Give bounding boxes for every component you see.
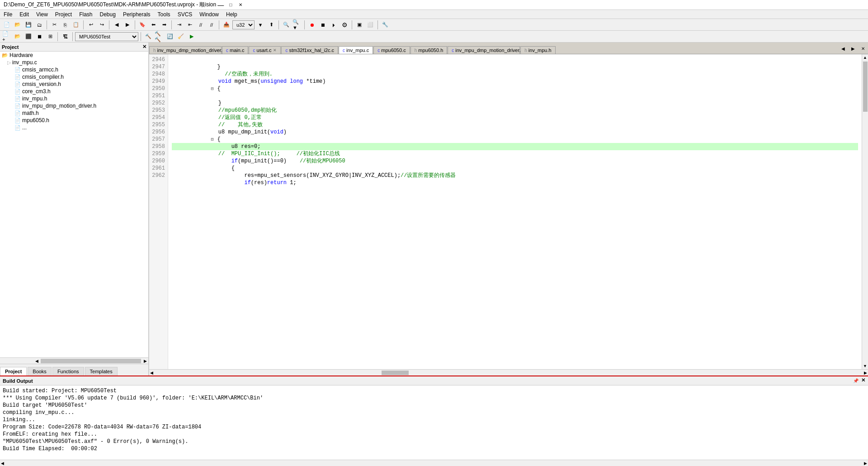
tab-mpu6050-h[interactable]: h mpu6050.h <box>410 46 448 54</box>
tree-cmsis-compiler[interactable]: 📄 cmsis_compiler.h <box>0 73 148 81</box>
tools-btn[interactable]: 🔧 <box>380 20 390 30</box>
h-scroll-right[interactable]: ▶ <box>863 370 868 376</box>
paste-button[interactable]: 📋 <box>71 20 81 30</box>
target-options-button[interactable]: ▼ <box>255 20 265 30</box>
tree-scroll-right[interactable]: ▶ <box>142 358 148 364</box>
menu-project[interactable]: Project <box>52 10 75 19</box>
tree-more[interactable]: 📄 ... <box>0 124 148 131</box>
tree-inv-mpu-dmp[interactable]: 📄 inv_mpu_dmp_motion_driver.h <box>0 102 148 109</box>
build-output-pin[interactable]: 📌 <box>852 377 859 385</box>
menu-flash[interactable]: Flash <box>75 10 96 19</box>
tree-cmsis-armcc[interactable]: 📄 cmsis_armcc.h <box>0 66 148 73</box>
menu-svcs[interactable]: SVCS <box>174 10 196 19</box>
v-scroll-down[interactable]: ▼ <box>862 363 868 369</box>
tb2-btn3[interactable]: ⬛ <box>24 32 33 42</box>
tab-functions[interactable]: Functions <box>52 367 84 376</box>
menu-help[interactable]: Help <box>222 10 241 19</box>
project-panel-close[interactable]: ✕ <box>142 44 146 50</box>
cut-button[interactable]: ✂ <box>49 20 59 30</box>
build-h-scrollbar[interactable]: ◀ ▶ <box>0 460 868 466</box>
menu-debug[interactable]: Debug <box>96 10 119 19</box>
tree-hardware-folder[interactable]: 📂 Hardware <box>0 52 148 59</box>
project-combo[interactable]: MPU6050Test <box>75 32 138 41</box>
build-target-button[interactable]: 🔨 <box>143 32 153 42</box>
project-window-button[interactable]: 🏗 <box>60 32 70 42</box>
v-scroll-up[interactable]: ▲ <box>862 54 868 61</box>
v-scroll-thumb[interactable] <box>863 62 868 112</box>
fold-2946[interactable] <box>211 65 216 70</box>
target-combo[interactable]: u32 <box>232 20 255 29</box>
h-scrollbar[interactable]: ◀ ▶ <box>149 369 868 376</box>
bookmark-next-button[interactable]: ➡ <box>159 20 169 30</box>
tab-inv-mpu-h[interactable]: h inv_mpu.h <box>520 46 555 54</box>
tree-scroll-left[interactable]: ◀ <box>33 358 40 364</box>
tree-cmsis-version[interactable]: 📄 cmsis_version.h <box>0 81 148 88</box>
build-scroll-left[interactable]: ◀ <box>0 460 5 466</box>
maximize-button[interactable]: □ <box>226 1 235 9</box>
tab-inv-mpu-dmp-c[interactable]: c inv_mpu_dmp_motion_driver.c <box>448 46 520 54</box>
nav-back-button[interactable]: ◀ <box>112 20 122 30</box>
save-button[interactable]: 💾 <box>24 20 33 30</box>
redo-button[interactable]: ↪ <box>97 20 107 30</box>
build-scroll-right[interactable]: ▶ <box>863 460 868 466</box>
indent-button[interactable]: ⇥ <box>174 20 184 30</box>
fold-2949[interactable]: ⊟ <box>211 86 216 91</box>
project-tree[interactable]: 📂 Hardware ▷ inv_mpu.c 📄 cmsis_armcc.h 📄… <box>0 52 148 357</box>
code-content[interactable]: } //空函数，未用到. void mget_ms(unsigned long … <box>168 54 862 369</box>
nav-fwd-button[interactable]: ▶ <box>123 20 132 30</box>
menu-peripherals[interactable]: Peripherals <box>119 10 154 19</box>
h-scroll-thumb[interactable] <box>382 371 409 375</box>
tab-close-3[interactable]: ✕ <box>273 48 277 52</box>
load-button[interactable]: ⬆ <box>266 20 276 30</box>
tab-usart-c[interactable]: c usart.c ✕ <box>249 46 281 54</box>
find-button[interactable]: 🔍 <box>281 20 291 30</box>
tabs-scroll-right[interactable]: ▶ <box>848 43 858 54</box>
tabs-close-all[interactable]: ✕ <box>858 43 868 54</box>
tab-templates[interactable]: Templates <box>85 367 118 376</box>
translate-button[interactable]: 🔄 <box>165 32 175 42</box>
tab-main-c[interactable]: c main.c <box>222 46 248 54</box>
v-scrollbar[interactable]: ▲ ▼ <box>862 54 868 369</box>
tree-math-h[interactable]: 📄 math.h <box>0 109 148 117</box>
debug2-button[interactable]: ▶ <box>187 32 197 42</box>
window-btn2[interactable]: ⬜ <box>365 20 375 30</box>
minimize-button[interactable]: — <box>216 1 225 9</box>
build-output-close[interactable]: ✕ <box>861 377 865 385</box>
new-file-button[interactable]: 📄 <box>2 20 12 30</box>
comment-button[interactable]: // <box>196 20 206 30</box>
menu-file[interactable]: File <box>0 10 16 19</box>
uncomment-button[interactable]: // <box>207 20 217 30</box>
new-multi-button[interactable]: 📄+ <box>2 32 12 42</box>
tree-core-cm3[interactable]: 📄 core_cm3.h <box>0 88 148 95</box>
tb2-btn4[interactable]: ◼ <box>34 32 44 42</box>
tab-stm32-c[interactable]: c stm32f1xx_hal_i2c.c <box>281 46 338 54</box>
insert-button[interactable]: 📥 <box>222 20 231 30</box>
h-scroll-left[interactable]: ◀ <box>149 370 154 376</box>
bookmark-prev-button[interactable]: ⬅ <box>148 20 158 30</box>
save-all-button[interactable]: 🗂 <box>34 20 44 30</box>
tabs-scroll-left[interactable]: ◀ <box>838 43 848 54</box>
menu-view[interactable]: View <box>33 10 52 19</box>
fold-2956[interactable]: ⊟ <box>211 137 216 142</box>
settings-button[interactable]: ⚙ <box>340 20 349 30</box>
debug-button[interactable]: ⏵ <box>329 20 339 30</box>
close-button[interactable]: ✕ <box>236 1 245 9</box>
tab-inv-mpu-dmp-h[interactable]: h inv_mpu_dmp_motion_driver.h <box>149 46 222 54</box>
stop-button[interactable]: ⏹ <box>318 20 328 30</box>
menu-window[interactable]: Window <box>196 10 222 19</box>
copy-button[interactable]: ⎘ <box>60 20 70 30</box>
window-btn1[interactable]: ▣ <box>354 20 364 30</box>
open-file-button[interactable]: 📂 <box>13 20 23 30</box>
tab-project[interactable]: Project <box>0 367 27 376</box>
open-target-button[interactable]: 📂 <box>13 32 23 42</box>
unindent-button[interactable]: ⇤ <box>185 20 195 30</box>
tree-inv-mpu-c[interactable]: ▷ inv_mpu.c <box>0 59 148 66</box>
find-opts-button[interactable]: 🔍▼ <box>292 20 302 30</box>
menu-edit[interactable]: Edit <box>16 10 33 19</box>
build-all-button[interactable]: 🔨🔨 <box>154 32 164 42</box>
run-button[interactable]: ⏺ <box>307 20 317 30</box>
tab-books[interactable]: Books <box>28 367 52 376</box>
tab-mpu6050-c[interactable]: c mpu6050.c <box>373 46 410 54</box>
tree-mpu6050-h[interactable]: 📄 mpu6050.h <box>0 117 148 124</box>
code-editor[interactable]: 2946 2947 2948 2949 2950 2951 2952 2953 … <box>149 54 868 369</box>
